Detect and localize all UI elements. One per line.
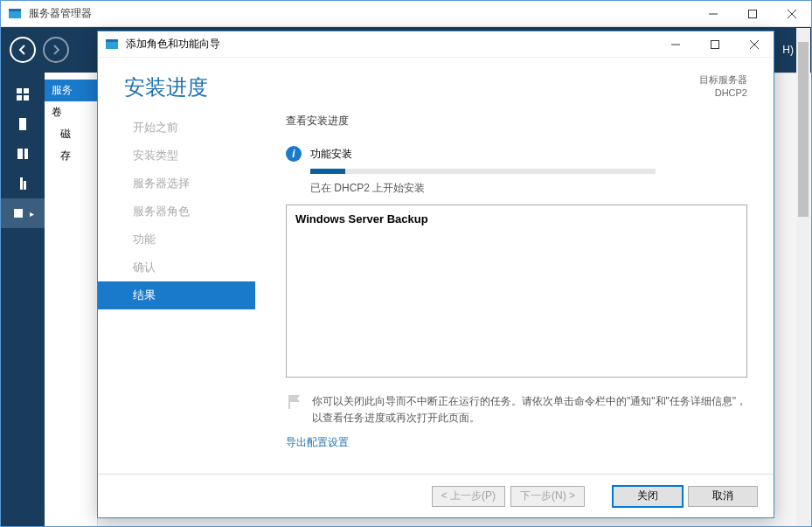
svg-rect-14 [24, 181, 26, 190]
cancel-button[interactable]: 取消 [688, 486, 758, 507]
section-title: 查看安装进度 [286, 114, 747, 128]
nav-forward-button[interactable] [43, 37, 69, 63]
rail-all-servers-icon[interactable] [1, 139, 45, 169]
rail-dashboard-icon[interactable] [1, 80, 45, 109]
rail-file-services-icon[interactable]: ▸ [1, 198, 45, 228]
svg-rect-10 [19, 118, 26, 130]
progress-fill [310, 169, 345, 174]
wizard-footer: < 上一步(P) 下一步(N) > 关闭 取消 [98, 474, 774, 517]
status-label: 功能安装 [310, 147, 352, 162]
svg-rect-8 [17, 95, 22, 101]
wizard-step-installation-type: 安装类型 [124, 142, 255, 170]
svg-rect-3 [748, 10, 756, 17]
modal-titlebar: 添加角色和功能向导 [98, 31, 774, 58]
wizard-step-server-selection: 服务器选择 [124, 170, 255, 198]
svg-rect-1 [9, 9, 21, 11]
hint-text: 你可以关闭此向导而不中断正在运行的任务。请依次单击命令栏中的"通知"和"任务详细… [312, 393, 747, 426]
rail-roles-icon[interactable] [1, 169, 45, 198]
parent-titlebar: 服务器管理器 [1, 1, 811, 27]
svg-rect-22 [288, 395, 290, 409]
wizard-heading: 安装进度 [124, 73, 699, 101]
server-manager-icon [8, 7, 22, 21]
parent-minimize-button[interactable] [693, 1, 732, 26]
svg-rect-15 [14, 209, 23, 218]
wizard-step-results[interactable]: 结果 [98, 281, 255, 309]
feature-name: Windows Server Backup [295, 212, 428, 225]
svg-rect-19 [711, 40, 718, 48]
progress-bar [310, 169, 656, 174]
svg-rect-7 [24, 88, 29, 94]
target-server-info: 目标服务器 DHCP2 [699, 73, 747, 101]
target-value: DHCP2 [699, 87, 747, 100]
parent-maximize-button[interactable] [732, 1, 772, 26]
svg-rect-13 [20, 177, 23, 190]
modal-maximize-button[interactable] [695, 31, 734, 57]
svg-rect-6 [17, 88, 22, 94]
parent-close-button[interactable] [772, 1, 811, 26]
tree-item-volumes[interactable]: 卷 [45, 101, 97, 123]
nav-back-button[interactable] [10, 37, 36, 63]
info-icon: i [286, 146, 302, 162]
add-roles-wizard-dialog: 添加角色和功能向导 安装进度 目标服务器 DHCP2 开始之前 安装类型 服务器… [97, 31, 774, 518]
previous-button: < 上一步(P) [432, 486, 505, 507]
wizard-step-server-roles: 服务器角色 [124, 198, 255, 225]
next-button: 下一步(N) > [510, 486, 585, 507]
modal-close-button[interactable] [734, 31, 774, 57]
close-wizard-button[interactable]: 关闭 [613, 486, 683, 507]
wizard-step-features: 功能 [124, 225, 255, 253]
tree-item-services[interactable]: 服务 [45, 80, 97, 101]
modal-header: 安装进度 目标服务器 DHCP2 [98, 58, 774, 114]
feature-list-box: Windows Server Backup [286, 205, 747, 378]
modal-title: 添加角色和功能向导 [126, 37, 656, 52]
wizard-icon [105, 38, 119, 52]
wizard-step-before-you-begin: 开始之前 [124, 114, 255, 142]
wizard-nav: 开始之前 安装类型 服务器选择 服务器角色 功能 确认 结果 [124, 114, 255, 474]
svg-rect-9 [24, 95, 29, 101]
tree-item-storage[interactable]: 存 [45, 145, 97, 167]
wizard-step-confirmation: 确认 [124, 253, 255, 281]
svg-rect-11 [17, 149, 23, 159]
icon-rail: ▸ [1, 73, 45, 526]
scroll-thumb[interactable] [798, 42, 809, 217]
rail-local-server-icon[interactable] [1, 109, 45, 139]
side-tree: 服务 卷 磁 存 [45, 73, 97, 526]
target-label: 目标服务器 [699, 73, 747, 87]
flag-icon [286, 393, 303, 411]
parent-title: 服务器管理器 [29, 6, 693, 21]
wizard-body: 查看安装进度 i 功能安装 已在 DHCP2 上开始安装 Windows Ser… [255, 114, 774, 474]
parent-scrollbar[interactable] [796, 28, 810, 525]
toolbar-help-indicator: H) [782, 44, 794, 56]
modal-minimize-button[interactable] [656, 31, 695, 57]
svg-rect-17 [106, 39, 118, 42]
status-text: 已在 DHCP2 上开始安装 [310, 181, 747, 196]
svg-rect-12 [24, 149, 28, 159]
tree-item-disks[interactable]: 磁 [45, 123, 97, 145]
export-config-link[interactable]: 导出配置设置 [286, 435, 747, 450]
